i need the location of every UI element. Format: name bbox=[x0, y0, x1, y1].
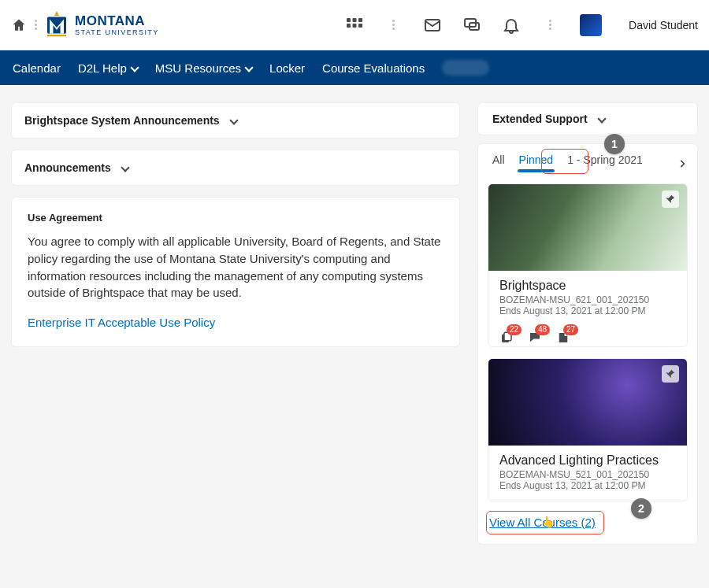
svg-rect-6 bbox=[353, 24, 357, 28]
brand-name: MONTANA bbox=[75, 14, 159, 28]
discussions-icon[interactable]: 48 bbox=[528, 331, 542, 345]
updates-icon[interactable]: 22 bbox=[499, 331, 514, 345]
annotation-marker-2: 2 bbox=[631, 498, 651, 519]
use-agreement-title: Use Agreement bbox=[28, 212, 444, 224]
course-end: Ends August 13, 2021 at 12:00 PM bbox=[499, 305, 676, 316]
waffle-icon[interactable] bbox=[345, 16, 364, 35]
drag-handle-icon bbox=[392, 20, 395, 30]
avatar[interactable] bbox=[580, 14, 602, 36]
chevron-down-icon[interactable] bbox=[597, 114, 606, 123]
bell-icon[interactable] bbox=[502, 16, 521, 35]
mail-icon[interactable] bbox=[423, 16, 442, 35]
use-agreement-widget: Use Agreement You agree to comply with a… bbox=[11, 197, 460, 347]
nav-extra-blurred bbox=[442, 60, 489, 76]
drag-handle-icon bbox=[35, 20, 37, 30]
chevron-down-icon[interactable] bbox=[229, 116, 238, 124]
use-agreement-body: You agree to comply with all applicable … bbox=[28, 233, 444, 301]
svg-rect-1 bbox=[47, 35, 66, 36]
topbar-icon-group: David Student bbox=[345, 14, 698, 36]
course-code: BOZEMAN-MSU_521_001_202150 bbox=[499, 469, 676, 480]
chevron-down-icon[interactable] bbox=[121, 163, 129, 172]
tab-pinned[interactable]: Pinned bbox=[519, 153, 554, 171]
extended-support-widget: Extended Support bbox=[477, 102, 698, 135]
course-tile[interactable]: Advanced Lighting Practices BOZEMAN-MSU_… bbox=[488, 358, 688, 501]
brand-logo[interactable]: MONTANA STATE UNIVERSITY bbox=[45, 10, 159, 40]
badge-count: 27 bbox=[563, 324, 578, 335]
widget-title: Announcements bbox=[24, 161, 111, 174]
svg-rect-4 bbox=[358, 18, 362, 22]
widget-title: Extended Support bbox=[492, 113, 588, 125]
pin-icon[interactable] bbox=[662, 190, 679, 208]
course-tile[interactable]: Brightspace BOZEMAN-MSU_621_001_202150 E… bbox=[488, 183, 688, 347]
svg-rect-5 bbox=[347, 24, 351, 28]
course-end: Ends August 13, 2021 at 12:00 PM bbox=[499, 480, 676, 491]
nav-evaluations[interactable]: Course Evaluations bbox=[322, 61, 425, 75]
annotation-marker-1: 1 bbox=[604, 134, 625, 154]
assignments-icon[interactable]: 27 bbox=[556, 331, 570, 345]
user-name[interactable]: David Student bbox=[629, 19, 698, 31]
cursor-icon: 👆 bbox=[541, 516, 555, 528]
nav-d2l-help[interactable]: D2L Help bbox=[78, 61, 138, 75]
nav-msu-resources[interactable]: MSU Resources bbox=[155, 61, 252, 75]
course-title: Brightspace bbox=[499, 279, 676, 293]
svg-rect-7 bbox=[358, 24, 362, 28]
chat-icon[interactable] bbox=[462, 16, 481, 35]
nav-calendar[interactable]: Calendar bbox=[13, 61, 61, 75]
chevron-right-icon[interactable] bbox=[674, 155, 691, 172]
announcements-widget: Announcements bbox=[11, 150, 460, 186]
badge-count: 48 bbox=[535, 324, 550, 335]
course-code: BOZEMAN-MSU_621_001_202150 bbox=[499, 294, 676, 305]
badge-count: 22 bbox=[507, 324, 522, 335]
use-agreement-link[interactable]: Enterprise IT Acceptable Use Policy bbox=[28, 316, 444, 329]
nav-bar: Calendar D2L Help MSU Resources Locker C… bbox=[0, 50, 709, 85]
my-courses-widget: 1 All Pinned 1 - Spring 2021 Brights bbox=[477, 143, 698, 545]
course-title: Advanced Lighting Practices bbox=[499, 453, 676, 468]
tab-all[interactable]: All bbox=[492, 153, 505, 171]
home-icon[interactable] bbox=[11, 17, 27, 33]
tab-term[interactable]: 1 - Spring 2021 bbox=[567, 153, 643, 171]
pin-icon[interactable] bbox=[662, 365, 679, 383]
brand-subtitle: STATE UNIVERSITY bbox=[75, 29, 159, 36]
chevron-down-icon bbox=[130, 63, 139, 72]
svg-rect-3 bbox=[353, 18, 357, 22]
svg-rect-2 bbox=[347, 18, 351, 22]
widget-title: Brightspace System Announcements bbox=[24, 114, 220, 127]
course-image bbox=[488, 359, 687, 446]
system-announcements-widget: Brightspace System Announcements bbox=[11, 102, 460, 139]
course-tabs: All Pinned 1 - Spring 2021 bbox=[478, 144, 697, 179]
top-header: MONTANA STATE UNIVERSITY David Student bbox=[0, 0, 709, 50]
chevron-down-icon bbox=[244, 63, 253, 72]
nav-locker[interactable]: Locker bbox=[269, 61, 305, 75]
course-image bbox=[488, 184, 687, 271]
drag-handle-icon bbox=[549, 20, 551, 30]
